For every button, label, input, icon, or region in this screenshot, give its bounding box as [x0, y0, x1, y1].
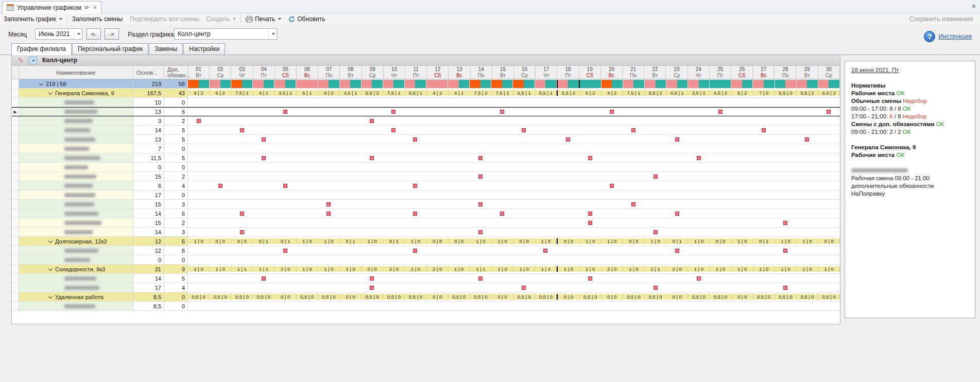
- toolbar-button-печать[interactable]: Печать: [242, 14, 285, 24]
- day-cell[interactable]: [340, 80, 362, 88]
- day-cell[interactable]: [318, 80, 340, 88]
- day-cell[interactable]: 7,5 | 1: [231, 90, 253, 96]
- employee-row[interactable]: 11,55: [12, 153, 840, 163]
- day-cell[interactable]: 5,5 | 2: [362, 90, 383, 96]
- day-cell[interactable]: [426, 80, 448, 88]
- day-cell[interactable]: 1 | 0: [818, 266, 840, 272]
- day-header-02[interactable]: 02Ср: [210, 66, 231, 79]
- day-cell[interactable]: 1 | 0: [623, 266, 645, 272]
- day-cell[interactable]: [296, 80, 318, 88]
- day-header-30[interactable]: 30Ср: [818, 66, 840, 79]
- day-cell[interactable]: 1 | 0: [470, 238, 492, 244]
- employee-row[interactable]: 143: [12, 228, 840, 237]
- day-cell[interactable]: 0 | 1: [753, 238, 775, 244]
- day-cell[interactable]: 4,5 | 1: [340, 90, 362, 96]
- day-cell[interactable]: 6 | 2: [210, 90, 231, 96]
- employee-row[interactable]: 152: [12, 218, 840, 228]
- day-cell[interactable]: 1 | 0: [580, 238, 601, 244]
- row-selector[interactable]: [12, 209, 19, 218]
- tab-настройки[interactable]: Настройки: [183, 43, 225, 55]
- day-cell[interactable]: 0 | 1: [253, 238, 274, 244]
- next-month-button[interactable]: ->: [105, 28, 119, 40]
- row-selector[interactable]: [12, 98, 19, 107]
- day-cell[interactable]: 0,5 | 0: [318, 294, 340, 300]
- day-cell[interactable]: 1 | 0: [645, 238, 666, 244]
- row-selector[interactable]: [12, 200, 19, 209]
- day-cell[interactable]: 1 | 0: [753, 266, 775, 272]
- row-selector[interactable]: [12, 153, 19, 162]
- day-cell[interactable]: [448, 80, 470, 88]
- row-selector[interactable]: [12, 246, 19, 255]
- row-selector[interactable]: [12, 163, 19, 171]
- row-selector[interactable]: [12, 302, 19, 310]
- employee-row[interactable]: 8,50: [12, 302, 840, 311]
- day-header-03[interactable]: 03Чт: [231, 66, 253, 79]
- day-cell[interactable]: 6 | 2: [580, 90, 601, 96]
- day-cell[interactable]: 0,5 | 0: [775, 294, 797, 300]
- day-cell[interactable]: 0,5 | 0: [645, 294, 666, 300]
- day-cell[interactable]: 5,5 | 2: [797, 90, 818, 96]
- chevron-down-icon[interactable]: [48, 90, 53, 94]
- day-cell[interactable]: [535, 80, 557, 88]
- day-cell[interactable]: 5,5 | 1: [535, 90, 557, 96]
- day-cell[interactable]: 1 | 0: [492, 238, 513, 244]
- day-cell[interactable]: 2 | 0: [275, 266, 297, 272]
- day-cell[interactable]: 7,5 | 1: [623, 90, 645, 96]
- day-cell[interactable]: 0,5 | 0: [297, 294, 318, 300]
- day-cell[interactable]: 6,5 | 1: [405, 90, 426, 96]
- chevron-down-icon[interactable]: [48, 266, 53, 270]
- employee-row[interactable]: 170: [12, 190, 840, 200]
- day-cell[interactable]: 1 | 0: [492, 266, 513, 272]
- pencil-icon[interactable]: ✎: [18, 57, 24, 64]
- tab-персональный-график[interactable]: Персональный график: [72, 43, 148, 55]
- day-header-11[interactable]: 11Пт: [405, 66, 427, 79]
- day-header-15[interactable]: 15Вт: [492, 66, 514, 79]
- day-header-07[interactable]: 07Пн: [318, 66, 340, 79]
- day-header-14[interactable]: 14Пн: [471, 66, 492, 79]
- day-cell[interactable]: 4 | 2: [601, 90, 623, 96]
- day-cell[interactable]: 0 | 0: [210, 238, 231, 244]
- day-cell[interactable]: 0,5 | 0: [253, 294, 274, 300]
- day-cell[interactable]: 1 | 0: [340, 266, 362, 272]
- employee-row[interactable]: 00: [12, 163, 840, 172]
- employee-row[interactable]: 64: [12, 181, 840, 190]
- day-header-24[interactable]: 24Чт: [688, 66, 710, 79]
- row-selector[interactable]: [12, 116, 19, 125]
- day-cell[interactable]: 7,5 | 2: [492, 90, 513, 96]
- day-cell[interactable]: 1 | 0: [732, 238, 753, 244]
- day-cell[interactable]: 1 | 0: [362, 238, 383, 244]
- day-cell[interactable]: [274, 80, 296, 88]
- day-cell[interactable]: 2 | 0: [427, 266, 449, 272]
- day-cell[interactable]: 0 | 1: [340, 238, 362, 244]
- day-cell[interactable]: 2 | 0: [188, 266, 210, 272]
- tab-график-филиала[interactable]: График филиала: [11, 43, 72, 55]
- day-cell[interactable]: 6,5 | 2: [818, 90, 840, 96]
- day-cell[interactable]: 0 | 0: [449, 238, 470, 244]
- group-row[interactable]: Солидарности, 9к33192 | 01 | 01 | 11 | 1…: [12, 265, 840, 274]
- day-cell[interactable]: 5 | 1: [297, 90, 318, 96]
- day-header-16[interactable]: 16Ср: [514, 66, 536, 79]
- chevron-down-icon[interactable]: [48, 294, 53, 298]
- section-select[interactable]: Колл-центр: [174, 28, 277, 40]
- day-cell[interactable]: 2 | 0: [601, 266, 623, 272]
- day-cell[interactable]: 0 | 0: [362, 266, 383, 272]
- day-cell[interactable]: 1 | 0: [405, 238, 426, 244]
- row-selector[interactable]: [12, 181, 19, 190]
- employee-row[interactable]: 152: [12, 172, 840, 181]
- row-selector[interactable]: [12, 237, 19, 246]
- group-row[interactable]: Генерала Симоняка, 9167,5436 | 26 | 27,5…: [12, 89, 840, 98]
- day-cell[interactable]: 1 | 0: [775, 266, 797, 272]
- day-cell[interactable]: [362, 80, 383, 88]
- day-cell[interactable]: 0,5 | 0: [188, 294, 210, 300]
- day-cell[interactable]: 0 | 0: [492, 294, 513, 300]
- day-header-17[interactable]: 17Чт: [536, 66, 557, 79]
- row-selector[interactable]: [12, 79, 19, 88]
- day-cell[interactable]: 0 | 0: [231, 238, 253, 244]
- row-selector[interactable]: [12, 265, 19, 273]
- group-row[interactable]: Удаленная работа8,500,5 | 00,5 | 00,5 | …: [12, 292, 840, 302]
- chevron-down-icon[interactable]: [39, 81, 43, 85]
- day-header-26[interactable]: 26Сб: [731, 66, 753, 79]
- col-name-header[interactable]: Наименование: [19, 66, 133, 79]
- day-cell[interactable]: 0 | 1: [666, 238, 688, 244]
- day-cell[interactable]: 0,5 | 0: [623, 294, 645, 300]
